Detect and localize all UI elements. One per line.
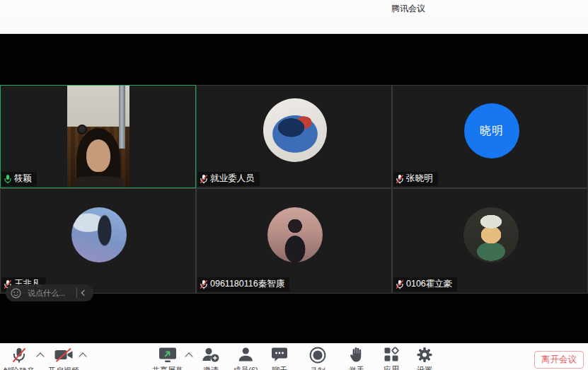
title-bar: 腾讯会议: [0, 0, 588, 16]
members-button[interactable]: 成员(6): [233, 347, 258, 370]
mic-muted-icon: [200, 279, 208, 289]
share-screen-button[interactable]: 共享屏幕: [152, 347, 183, 370]
mic-muted-icon: [200, 174, 208, 184]
participant-name-label: 张晓明: [393, 172, 438, 186]
avatar: [463, 207, 519, 262]
emoji-icon[interactable]: [11, 288, 21, 299]
apps-grid-icon: [384, 347, 399, 362]
raise-hand-button[interactable]: 举手: [349, 347, 364, 370]
chat-divider: [76, 288, 77, 298]
quick-chat-bar[interactable]: 说点什么...: [6, 284, 93, 301]
chat-input-placeholder[interactable]: 说点什么...: [28, 288, 75, 299]
raise-hand-icon: [350, 347, 364, 363]
invite-icon: [202, 347, 220, 363]
participant-tile-wangfeifan[interactable]: 王非凡: [0, 188, 196, 294]
top-toolbar: 关闭原声 25:53 宫格视图: [0, 16, 588, 34]
participant-tile-zhangxiaoming[interactable]: 晓明 张晓明: [392, 85, 588, 188]
start-video-button[interactable]: 开启视频: [48, 347, 79, 370]
participant-tile-xiaoying[interactable]: 筱颖: [0, 85, 196, 188]
members-icon: [238, 347, 253, 363]
collapse-chat-icon[interactable]: [81, 290, 87, 296]
participant-tile-qinzhikang[interactable]: 0961180116秦智康: [196, 188, 392, 294]
participant-name-label: 就业委人员: [197, 172, 260, 186]
record-button[interactable]: 录制: [309, 347, 326, 370]
mic-muted-icon: [396, 174, 404, 184]
tencent-meeting-window: 腾讯会议 关闭原声 25:53 宫格视图: [0, 0, 588, 370]
avatar: [267, 207, 323, 262]
chat-bubble-icon: [271, 347, 288, 363]
bottom-toolbar: [0, 343, 588, 370]
participant-tile-jiuyewei[interactable]: 就业委人员: [196, 85, 392, 188]
share-screen-icon: [158, 347, 177, 363]
participant-tile-huolihao[interactable]: 0106霍立豪: [392, 188, 588, 294]
window-title: 腾讯会议: [391, 3, 425, 15]
record-icon: [309, 347, 326, 364]
invite-button[interactable]: 邀请: [202, 347, 220, 370]
camera-off-icon: [54, 347, 74, 364]
leave-meeting-button[interactable]: 离开会议: [534, 351, 584, 369]
webcam-video: [67, 86, 129, 187]
participant-name-label: 0106霍立豪: [393, 277, 457, 291]
settings-button[interactable]: 设置: [417, 347, 433, 370]
apps-button[interactable]: 应用: [384, 347, 399, 370]
mic-on-icon: [4, 174, 12, 184]
chat-button[interactable]: 聊天: [271, 347, 288, 370]
unmute-button[interactable]: 解除静音: [4, 347, 35, 370]
mic-muted-icon: [11, 347, 28, 364]
participant-name-label: 0961180116秦智康: [197, 277, 289, 291]
avatar: [71, 207, 127, 262]
gear-icon: [417, 347, 433, 363]
participant-name-label: 筱颖: [1, 172, 37, 186]
avatar-initials: 晓明: [464, 103, 519, 158]
avatar: [263, 98, 327, 162]
mic-muted-icon: [396, 279, 404, 289]
